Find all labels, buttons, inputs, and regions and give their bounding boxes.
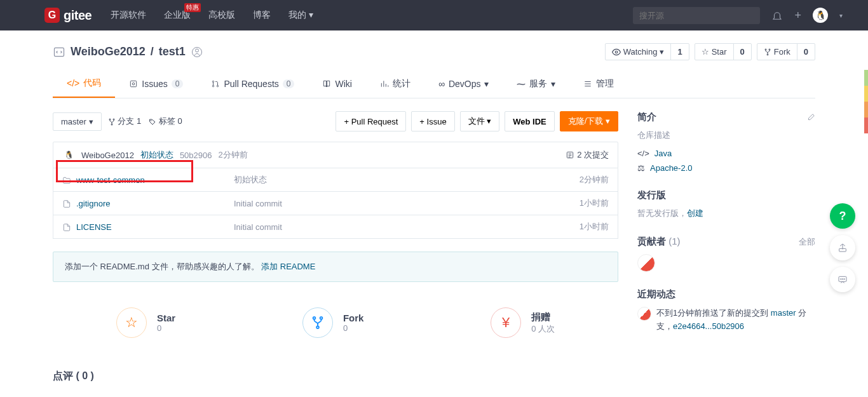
wiki-icon [322, 79, 331, 88]
svg-point-18 [320, 317, 323, 320]
svg-point-19 [316, 326, 319, 329]
create-release-link[interactable]: 创建 [687, 208, 703, 218]
contributor-avatar[interactable] [637, 254, 655, 272]
gvp-icon [191, 45, 203, 58]
svg-point-24 [844, 279, 844, 279]
file-time: 2分钟前 [580, 174, 609, 185]
nav-right: + 🐧 ▾ [633, 7, 843, 24]
pull-request-button[interactable]: + Pull Request [336, 111, 406, 131]
svg-point-11 [217, 85, 219, 86]
commit-avatar: 🐧 [62, 149, 75, 161]
tab-manage[interactable]: 管理 [569, 70, 628, 98]
commit-message[interactable]: 初始状态 [140, 149, 173, 161]
stat-fork[interactable]: Fork0 [302, 307, 364, 338]
tab-devops[interactable]: ∞DevOps▾ [424, 70, 503, 98]
svg-point-17 [313, 317, 316, 320]
toolbar: master ▾ 分支 1 标签 0 + Pull Request + Issu… [53, 111, 618, 131]
file-time: 1小时前 [580, 198, 609, 209]
svg-point-13 [113, 119, 114, 120]
license-icon: ⚖ [637, 163, 645, 173]
help-button[interactable]: ? [830, 203, 855, 229]
sidebar-contributors: 贡献者 (1)全部 [637, 236, 815, 272]
file-name-link[interactable]: .gitignore [76, 199, 110, 208]
edit-icon[interactable] [806, 112, 815, 123]
stats-icon [380, 79, 389, 88]
share-button[interactable] [830, 235, 855, 260]
logo-icon: G [44, 8, 60, 23]
add-readme-link[interactable]: 添加 README [261, 262, 315, 271]
repo-header: WeiboGe2012 / test1 Watching▾ 1 ☆ Star 0… [53, 43, 815, 70]
special-badge: 特惠 [184, 3, 201, 12]
stat-star[interactable]: ☆ Star0 [116, 307, 175, 338]
repo-name-link[interactable]: test1 [159, 45, 186, 58]
tab-stats[interactable]: 统计 [366, 70, 424, 98]
comments-title: 点评 ( 0 ) [53, 370, 618, 383]
web-ide-button[interactable]: Web IDE [505, 111, 555, 131]
tab-issues[interactable]: Issues0 [115, 70, 197, 98]
nav-education[interactable]: 高校版 [208, 10, 235, 21]
nav-open-source[interactable]: 开源软件 [111, 10, 146, 21]
file-time: 1小时前 [580, 221, 609, 232]
svg-point-2 [195, 49, 198, 52]
svg-point-12 [109, 119, 111, 120]
file-message[interactable]: Initial commit [234, 199, 580, 208]
fork-button[interactable]: Fork 0 [757, 43, 815, 60]
all-contributors-link[interactable]: 全部 [799, 236, 815, 248]
user-avatar[interactable]: 🐧 [813, 8, 828, 23]
branches-link[interactable]: 分支 1 [108, 116, 141, 127]
activity-avatar[interactable] [637, 307, 651, 321]
nav-enterprise[interactable]: 企业版 特惠 [164, 10, 191, 21]
file-button[interactable]: 文件 ▾ [460, 111, 500, 131]
folder-icon [62, 175, 71, 185]
file-name-link[interactable]: LICENSE [76, 222, 112, 232]
repo-title: WeiboGe2012 / test1 [53, 45, 203, 58]
issue-button[interactable]: + Issue [411, 111, 454, 131]
readme-prompt: 添加一个 README.md 文件，帮助感兴趣的人了解。 添加 README [53, 252, 618, 282]
stat-donate[interactable]: ¥ 捐赠0 人次 [491, 307, 555, 338]
branch-select[interactable]: master ▾ [53, 112, 102, 131]
logo[interactable]: G gitee [44, 8, 92, 23]
float-buttons: ? [830, 203, 855, 292]
tab-service[interactable]: ⁓服务▾ [503, 70, 569, 98]
star-icon: ☆ [116, 307, 147, 338]
commit-count[interactable]: 2 次提交 [566, 149, 609, 161]
pr-icon [211, 79, 220, 88]
code-icon: </> [637, 149, 649, 158]
nav-mine[interactable]: 我的 ▾ [288, 10, 313, 21]
search-input[interactable] [633, 7, 760, 24]
tab-pr[interactable]: Pull Requests0 [197, 70, 308, 98]
activity-branch-link[interactable]: master [771, 308, 796, 318]
file-icon [62, 222, 71, 232]
logo-text: gitee [64, 8, 92, 23]
commit-author[interactable]: WeiboGe2012 [81, 151, 134, 160]
file-row[interactable]: www-test-common 初始状态 2分钟前 [53, 168, 618, 192]
activity-sha-link[interactable]: e2e4664...50b2906 [673, 321, 744, 331]
bell-icon[interactable] [771, 9, 783, 22]
star-button[interactable]: ☆ Star 0 [695, 43, 752, 60]
commit-sha[interactable]: 50b2906 [180, 151, 212, 160]
feedback-button[interactable] [830, 267, 855, 292]
commit-bar: 🐧 WeiboGe2012 初始状态 50b2906 2分钟前 2 次提交 [53, 142, 618, 168]
repo-owner-link[interactable]: WeiboGe2012 [71, 45, 146, 58]
tags-link[interactable]: 标签 0 [149, 116, 182, 127]
watching-button[interactable]: Watching▾ 1 [605, 43, 689, 60]
nav-blog[interactable]: 博客 [253, 10, 271, 21]
chevron-down-icon[interactable]: ▾ [839, 12, 843, 19]
file-row[interactable]: LICENSE Initial commit 1小时前 [53, 215, 618, 238]
tab-code[interactable]: </>代码 [53, 70, 115, 98]
clone-button[interactable]: 克隆/下载 ▾ [560, 111, 618, 131]
svg-point-6 [767, 54, 768, 55]
file-name-link[interactable]: www-test-common [76, 175, 145, 185]
license-item: ⚖Apache-2.0 [637, 163, 815, 173]
file-message[interactable]: 初始状态 [234, 174, 580, 185]
stats-row: ☆ Star0 Fork0 ¥ 捐赠0 人次 [53, 307, 618, 338]
sidebar-releases: 发行版 暂无发行版，创建 [637, 189, 815, 219]
plus-icon[interactable]: + [794, 9, 801, 22]
file-list: www-test-common 初始状态 2分钟前 .gitignore Ini… [53, 168, 618, 239]
file-message[interactable]: Initial commit [234, 222, 580, 232]
file-row[interactable]: .gitignore Initial commit 1小时前 [53, 192, 618, 215]
svg-point-3 [615, 51, 618, 53]
svg-rect-7 [131, 81, 137, 86]
tab-wiki[interactable]: Wiki [308, 70, 365, 98]
side-colorbar [864, 70, 868, 133]
